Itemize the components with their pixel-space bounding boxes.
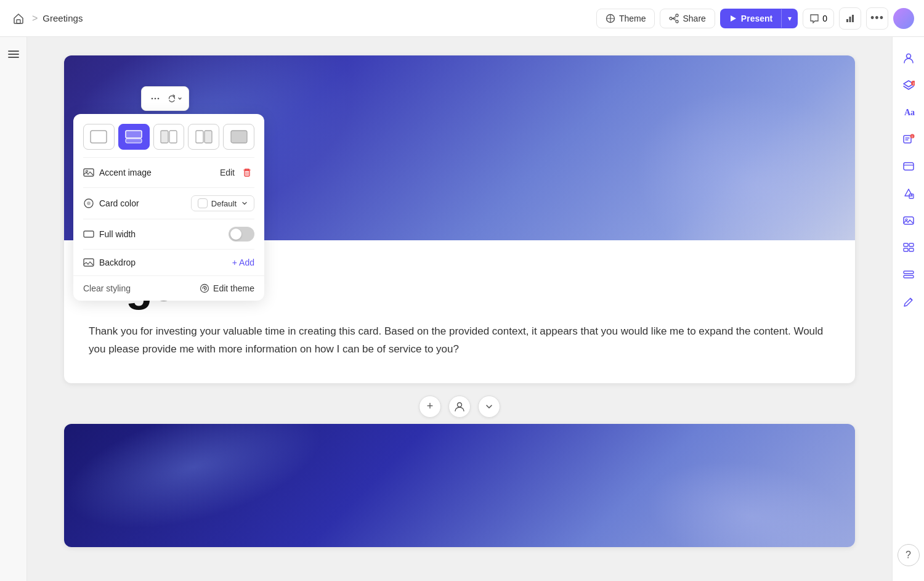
svg-marker-5	[731, 15, 736, 22]
rs-image-icon[interactable]	[898, 209, 920, 232]
layout-split-right[interactable]	[188, 124, 219, 150]
card-color-row: Card color Default	[73, 188, 264, 219]
clear-styling-button[interactable]: Clear styling	[83, 283, 131, 293]
layout-solid[interactable]	[223, 124, 254, 150]
svg-rect-25	[245, 171, 249, 176]
svg-text:!: !	[913, 82, 914, 86]
layout-options-row	[73, 114, 264, 157]
card-body-text[interactable]: Thank you for investing your valuable ti…	[89, 323, 830, 359]
layout-blank[interactable]	[83, 124, 115, 150]
present-main[interactable]: Present	[720, 9, 781, 28]
svg-point-29	[87, 201, 91, 205]
svg-rect-15	[91, 131, 107, 143]
chart-icon-button[interactable]	[839, 7, 861, 30]
rs-alert-icon[interactable]: !	[898, 128, 920, 150]
header: > Greetings Theme Share Pre	[0, 0, 924, 37]
svg-point-13	[155, 98, 156, 100]
accent-image-actions: Edit	[220, 165, 254, 180]
rotate-icon[interactable]	[166, 90, 184, 107]
svg-rect-53	[909, 248, 914, 251]
add-backdrop-link[interactable]: + Add	[232, 258, 254, 267]
right-sidebar: ! Aa !	[892, 37, 924, 581]
share-button[interactable]: Share	[660, 9, 715, 28]
svg-text:Aa: Aa	[904, 108, 915, 117]
svg-rect-31	[84, 259, 94, 266]
delete-accent-button[interactable]	[240, 165, 254, 180]
svg-marker-46	[905, 189, 912, 196]
svg-rect-55	[904, 275, 914, 278]
svg-point-12	[152, 98, 153, 100]
more-button[interactable]: •••	[866, 7, 888, 30]
rs-layers-icon[interactable]: !	[898, 74, 920, 96]
svg-rect-22	[231, 131, 247, 143]
rs-text-icon[interactable]: Aa	[898, 101, 920, 123]
second-card	[64, 424, 855, 547]
present-button[interactable]: Present ▾	[720, 9, 798, 28]
add-card-row: +	[64, 396, 855, 418]
header-left: > Greetings	[10, 10, 83, 27]
rs-edit-icon[interactable]	[898, 291, 920, 313]
layout-full-accent[interactable]	[118, 124, 150, 150]
content-area: Accent image Edit	[27, 37, 892, 581]
svg-point-33	[204, 288, 205, 289]
header-right: Theme Share Present ▾ 0	[596, 7, 914, 30]
svg-rect-54	[904, 271, 914, 274]
svg-point-24	[86, 171, 88, 173]
svg-rect-20	[196, 131, 203, 143]
add-caret-button[interactable]	[478, 396, 500, 418]
svg-rect-23	[84, 169, 94, 176]
avatar[interactable]	[893, 8, 914, 29]
popup-panel: Accent image Edit	[73, 114, 264, 301]
svg-rect-6	[846, 19, 848, 22]
accent-image-row: Accent image Edit	[73, 158, 264, 187]
svg-point-49	[906, 219, 907, 221]
home-icon[interactable]	[10, 10, 27, 27]
breadcrumb-label[interactable]: Greetings	[43, 13, 83, 23]
sidebar-toggle[interactable]	[4, 44, 23, 64]
svg-point-4	[670, 17, 672, 20]
svg-point-14	[158, 98, 160, 100]
comment-button[interactable]: 0	[803, 9, 834, 28]
svg-rect-30	[84, 231, 94, 237]
rs-card-icon[interactable]	[898, 155, 920, 177]
svg-point-35	[906, 54, 910, 59]
breadcrumb-separator: >	[32, 13, 38, 24]
rs-person-icon[interactable]	[898, 47, 920, 69]
svg-rect-7	[849, 17, 851, 22]
add-card-button[interactable]: +	[419, 396, 441, 418]
svg-point-3	[676, 20, 678, 23]
more-options-icon[interactable]	[147, 90, 164, 107]
svg-rect-48	[904, 217, 914, 224]
second-card-header	[64, 424, 855, 547]
svg-rect-51	[909, 243, 914, 246]
svg-point-2	[676, 14, 678, 17]
toolbar-bar	[141, 86, 189, 111]
card-color-selector[interactable]: Default	[191, 195, 254, 211]
backdrop-row: Backdrop + Add	[73, 250, 264, 275]
svg-rect-0	[17, 20, 20, 23]
edit-accent-link[interactable]: Edit	[220, 168, 235, 177]
layout-split-left[interactable]	[153, 124, 185, 150]
svg-rect-8	[852, 15, 854, 22]
svg-text:!: !	[912, 135, 913, 139]
full-width-label: Full width	[83, 229, 136, 240]
accent-image-label: Accent image	[83, 167, 152, 178]
full-width-toggle[interactable]	[229, 227, 254, 242]
svg-rect-19	[169, 131, 177, 143]
present-caret[interactable]: ▾	[781, 9, 798, 28]
help-button[interactable]: ?	[898, 544, 920, 566]
left-sidebar	[0, 37, 27, 581]
edit-theme-button[interactable]: Edit theme	[200, 283, 254, 293]
rs-grid-icon[interactable]	[898, 237, 920, 259]
backdrop-label: Backdrop	[83, 257, 136, 268]
rs-shapes-icon[interactable]	[898, 182, 920, 205]
theme-button[interactable]: Theme	[596, 9, 655, 28]
main-layout: Accent image Edit	[0, 37, 924, 581]
svg-rect-21	[205, 131, 212, 143]
svg-rect-50	[904, 243, 908, 246]
panel-bottom: Clear styling Edit theme	[73, 275, 264, 301]
add-person-button[interactable]	[448, 396, 471, 418]
svg-rect-52	[904, 248, 908, 251]
rs-strip-icon[interactable]	[898, 264, 920, 286]
full-width-row: Full width	[73, 219, 264, 249]
